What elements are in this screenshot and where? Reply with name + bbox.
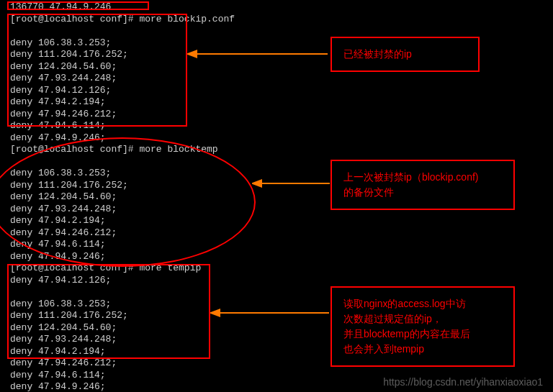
annotation-tempip: 读取nginx的access.log中访 次数超过规定值的ip， 并且block… — [331, 286, 515, 367]
annotation-text-line4: 也会并入到tempip — [343, 343, 424, 355]
highlight-ellipse-blocktemp — [0, 137, 256, 267]
annotation-text-line2: 次数超过规定值的ip， — [343, 313, 442, 324]
highlight-box-top-header — [7, 1, 149, 10]
annotation-text-line2: 的备份文件 — [343, 186, 394, 198]
watermark: https://blog.csdn.net/yihanxiaoxiao1 — [383, 376, 543, 388]
annotation-text-line3: 并且blocktemp的内容在最后 — [343, 328, 470, 339]
annotation-text-line1: 上一次被封禁ip（blockip.conf) — [343, 171, 479, 183]
highlight-box-tempip — [7, 264, 210, 359]
annotation-text-line1: 读取nginx的access.log中访 — [343, 298, 466, 309]
highlight-box-blockip — [7, 14, 187, 127]
annotation-backup-file: 上一次被封禁ip（blockip.conf) 的备份文件 — [331, 160, 515, 210]
annotation-text: 已经被封禁的ip — [343, 48, 412, 60]
annotation-blocked-ip: 已经被封禁的ip — [331, 37, 480, 72]
